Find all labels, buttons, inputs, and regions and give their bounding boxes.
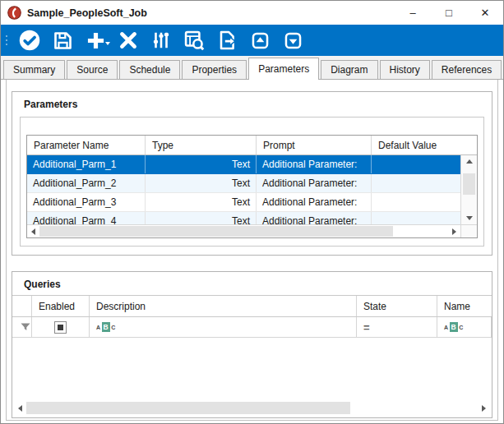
name-filter-cell[interactable]: A B C — [437, 317, 492, 337]
horizontal-scrollbar-track[interactable] — [350, 401, 478, 415]
scroll-left-icon[interactable] — [14, 401, 26, 415]
queries-table-body — [12, 338, 492, 401]
abc-letter-c: C — [111, 325, 116, 330]
move-up-button[interactable] — [243, 26, 276, 54]
enabled-filter-checkbox[interactable] — [54, 321, 67, 334]
column-header-enabled[interactable]: Enabled — [32, 296, 90, 316]
move-down-button[interactable] — [276, 26, 309, 54]
tab-summary[interactable]: Summary — [3, 60, 65, 79]
cell-prompt: Additional Parameter: — [257, 193, 372, 211]
cell-prompt: Additional Parameter: — [257, 174, 372, 192]
cell-default-value — [372, 174, 460, 192]
column-header-state[interactable]: State — [357, 296, 437, 316]
main-toolbar — [1, 25, 503, 56]
cell-default-value — [372, 155, 460, 173]
add-dropdown-caret-icon[interactable] — [105, 42, 110, 45]
parameters-groupbox: Parameters Parameter Name Type Prompt De… — [12, 91, 492, 256]
parameters-inner-panel: Parameter Name Type Prompt Default Value… — [20, 117, 484, 247]
cell-type: Text — [146, 212, 257, 224]
scroll-left-icon[interactable] — [27, 225, 39, 237]
queries-table: Enabled Description State Name — [12, 295, 492, 417]
abc-letter-a: A — [96, 325, 101, 330]
description-filter-cell[interactable]: A B C — [90, 317, 357, 337]
cell-parameter-name: Additional_Parm_2 — [27, 174, 146, 192]
scroll-down-icon[interactable] — [461, 212, 477, 224]
scroll-up-icon[interactable] — [461, 155, 477, 168]
abc-letter-c: C — [459, 325, 464, 330]
column-header-description[interactable]: Description — [90, 296, 357, 316]
document-export-icon — [215, 29, 238, 52]
tab-source[interactable]: Source — [67, 60, 118, 79]
queries-filter-row: A B C = A B C — [12, 317, 492, 338]
submit-check-button[interactable] — [13, 26, 46, 54]
tab-parameters[interactable]: Parameters — [248, 58, 319, 80]
close-button[interactable]: ✕ — [467, 1, 503, 25]
tab-strip: Summary Source Schedule Properties Param… — [1, 56, 503, 80]
enabled-filter-cell[interactable] — [32, 317, 90, 337]
queries-group-title: Queries — [12, 272, 492, 290]
abc-letter-b: B — [102, 322, 111, 332]
table-row[interactable]: Additional_Parm_1 Text Additional Parame… — [27, 155, 460, 174]
sliders-icon — [150, 30, 172, 51]
maximize-button[interactable]: □ — [431, 1, 467, 25]
add-button[interactable] — [79, 26, 112, 54]
queries-table-header: Enabled Description State Name — [12, 295, 492, 317]
tab-label: Summary — [13, 64, 55, 76]
horizontal-scrollbar-thumb[interactable] — [39, 226, 393, 237]
tab-label: Diagram — [331, 64, 368, 76]
minimize-button[interactable]: – — [395, 1, 431, 25]
cell-prompt: Additional Parameter: — [257, 212, 372, 224]
save-icon — [52, 30, 74, 52]
tab-label: References — [442, 64, 492, 76]
tab-diagram[interactable]: Diagram — [321, 60, 377, 79]
scrollbar-corner — [460, 225, 477, 237]
queries-horizontal-scrollbar[interactable] — [14, 401, 490, 415]
cell-type: Text — [146, 193, 257, 211]
horizontal-scrollbar-thumb[interactable] — [26, 402, 350, 414]
filter-funnel-icon — [21, 323, 30, 332]
column-header-type[interactable]: Type — [146, 136, 257, 154]
delete-button[interactable] — [112, 26, 145, 54]
tab-references[interactable]: References — [432, 60, 502, 79]
parameters-grid-header: Parameter Name Type Prompt Default Value — [27, 136, 477, 155]
equals-operator-icon: = — [363, 321, 370, 334]
cell-default-value — [372, 212, 460, 224]
column-header-default-value[interactable]: Default Value — [372, 136, 477, 154]
tab-properties[interactable]: Properties — [182, 60, 247, 79]
vertical-scrollbar[interactable] — [460, 155, 477, 224]
vertical-scrollbar-thumb[interactable] — [463, 173, 475, 195]
properties-button[interactable] — [145, 26, 178, 54]
arrow-up-square-icon — [250, 30, 270, 51]
scroll-right-icon[interactable] — [478, 401, 490, 415]
tab-page-parameters: Parameters Parameter Name Type Prompt De… — [6, 80, 498, 421]
column-header-filter — [12, 296, 32, 316]
save-button[interactable] — [46, 26, 79, 54]
tab-label: Schedule — [129, 64, 170, 76]
text-filter-abc-icon: A B C — [444, 322, 464, 332]
scroll-right-icon[interactable] — [448, 225, 460, 237]
preview-button[interactable] — [178, 26, 210, 54]
abc-letter-a: A — [444, 325, 449, 330]
horizontal-scrollbar[interactable] — [27, 225, 460, 237]
app-window: Sample_PeopleSoft_Job – □ ✕ — [0, 0, 504, 424]
tab-schedule[interactable]: Schedule — [119, 60, 180, 79]
tab-history[interactable]: History — [380, 60, 430, 79]
export-button[interactable] — [210, 26, 243, 54]
app-logo-icon — [7, 6, 21, 20]
table-row[interactable]: Additional_Parm_3 Text Additional Parame… — [27, 193, 460, 212]
column-header-name[interactable]: Name — [437, 296, 492, 316]
queries-groupbox: Queries Enabled Description State Name — [12, 271, 492, 418]
table-row[interactable]: Additional_Parm_2 Text Additional Parame… — [27, 174, 460, 193]
parameters-grid: Parameter Name Type Prompt Default Value… — [26, 135, 478, 238]
state-filter-cell[interactable]: = — [357, 317, 437, 337]
column-header-prompt[interactable]: Prompt — [257, 136, 372, 154]
table-row[interactable]: Additional_Parm_4 Text Additional Parame… — [27, 212, 460, 224]
delete-x-icon — [118, 30, 139, 51]
filter-row-indicator-cell — [12, 317, 32, 337]
abc-letter-b: B — [450, 322, 459, 332]
tab-label: Parameters — [258, 63, 309, 75]
tab-label: Source — [76, 64, 108, 76]
column-header-parameter-name[interactable]: Parameter Name — [27, 136, 146, 154]
horizontal-scrollbar-track[interactable] — [393, 225, 448, 237]
toolbar-grip[interactable] — [6, 35, 7, 45]
